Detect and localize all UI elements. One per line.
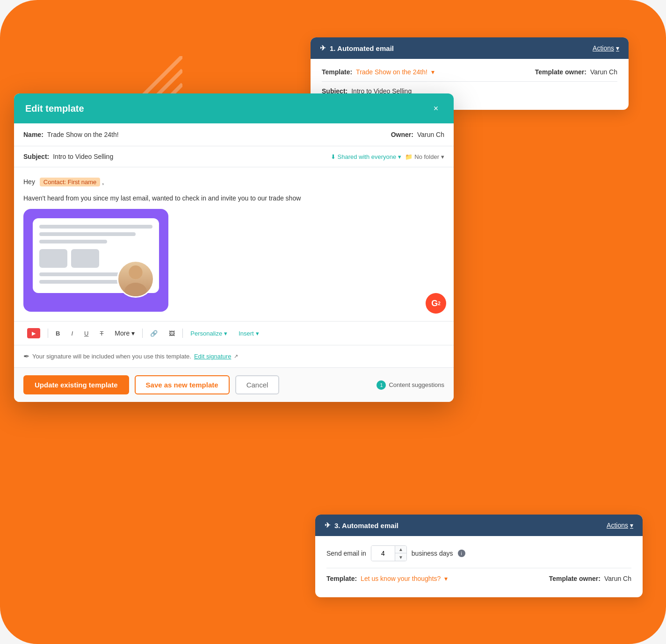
signature-icon: ✒: [23, 352, 29, 361]
card-bottom-title-text: 3. Automated email: [334, 522, 398, 530]
stepper-buttons: ▲ ▼: [395, 546, 406, 561]
card-top-header: ✈ 1. Automated email Actions ▾: [311, 37, 629, 59]
stepper-down-button[interactable]: ▼: [395, 553, 406, 561]
modal-editor[interactable]: Hey Contact: First name , Haven't heard …: [14, 167, 454, 321]
card-bottom-actions-chevron: ▾: [630, 522, 633, 529]
card-bottom-body: Send email in ▲ ▼ business days i Templa…: [315, 536, 643, 597]
editor-greeting: Hey: [23, 178, 35, 186]
folder-icon: 📁: [405, 153, 413, 160]
content-suggestions-label: Content suggestions: [389, 381, 444, 388]
edit-template-modal: Edit template × Name: Trade Show on the …: [14, 93, 454, 402]
days-stepper-input[interactable]: [371, 546, 395, 561]
save-new-template-button[interactable]: Save as new template: [135, 375, 230, 394]
edit-signature-link[interactable]: Edit signature: [194, 353, 232, 360]
editor-greeting-line: Hey Contact: First name ,: [23, 177, 444, 187]
card-automated-email-3: ✈ 3. Automated email Actions ▾ Send emai…: [315, 515, 643, 597]
card-top-template-link[interactable]: Trade Show on the 24th!: [356, 68, 427, 76]
card-bottom-template-label: Template:: [326, 575, 357, 582]
modal-header: Edit template ×: [14, 93, 454, 123]
card-bottom-template-chevron: ▾: [444, 575, 448, 582]
close-icon: ×: [434, 104, 439, 114]
personalize-chevron: ▾: [224, 330, 227, 337]
card-top-title-text: 1. Automated email: [330, 44, 394, 52]
sharing-label: Shared with everyone: [338, 153, 397, 160]
underline-button[interactable]: U: [80, 328, 92, 339]
send-email-label: Send email in: [326, 550, 366, 557]
signature-note: ✒ Your signature will be included when y…: [14, 345, 454, 367]
external-link-icon: ↗: [234, 353, 238, 359]
days-stepper[interactable]: ▲ ▼: [371, 545, 407, 561]
video-thumbnail: [23, 209, 168, 312]
card-top-title: ✈ 1. Automated email: [320, 44, 394, 52]
update-template-button[interactable]: Update existing template: [23, 375, 129, 394]
card-bottom-template-row: Template: Let us know your thoughts? ▾ T…: [326, 575, 631, 582]
g2-superscript: 2: [438, 301, 441, 306]
personalize-label: Personalize: [190, 330, 222, 337]
link-button[interactable]: 🔗: [146, 328, 161, 339]
modal-name-value: Trade Show on the 24th!: [47, 131, 119, 138]
card-top-actions-chevron: ▾: [616, 44, 619, 52]
italic-icon: I: [71, 330, 73, 337]
italic-button[interactable]: I: [67, 328, 77, 339]
avatar: [117, 260, 154, 298]
sharing-chevron: ▾: [398, 153, 401, 160]
toolbar-sep-3: [182, 329, 183, 338]
toolbar-sep-2: [142, 329, 143, 338]
skeleton-block-2: [71, 249, 99, 268]
card-bottom-owner-label: Template owner:: [549, 575, 601, 582]
skeleton-block-1: [39, 249, 67, 268]
modal-name-row: Name: Trade Show on the 24th! Owner: Var…: [23, 131, 444, 138]
modal-subject-section: Subject: Intro to Video Selling ⬇ Shared…: [14, 146, 454, 167]
toolbar-sep-1: [48, 329, 48, 338]
content-suggestions-button[interactable]: 1 Content suggestions: [376, 380, 444, 390]
folder-chevron: ▾: [441, 153, 444, 160]
bold-button[interactable]: B: [52, 328, 64, 339]
strikethrough-icon: T: [100, 330, 103, 337]
stepper-up-button[interactable]: ▲: [395, 546, 406, 553]
cancel-button[interactable]: Cancel: [235, 375, 280, 394]
svg-point-5: [124, 283, 147, 296]
strikethrough-button[interactable]: T: [96, 328, 107, 339]
personalize-button[interactable]: Personalize ▾: [187, 328, 231, 339]
sharing-dropdown[interactable]: ⬇ Shared with everyone ▾: [331, 153, 402, 160]
card-bottom-title: ✈ 3. Automated email: [325, 521, 398, 530]
card-bottom-template-link[interactable]: Let us know your thoughts?: [361, 575, 441, 582]
card-top-template-chevron: ▾: [431, 68, 434, 76]
modal-title: Edit template: [25, 103, 84, 114]
info-icon[interactable]: i: [458, 550, 465, 557]
modal-subject-label: Subject:: [23, 153, 49, 160]
video-button[interactable]: ▶: [23, 326, 44, 340]
editor-body: Haven't heard from you since my last ema…: [23, 193, 444, 203]
more-chevron: ▾: [131, 329, 135, 337]
video-icon: ▶: [27, 328, 40, 338]
card-bottom-header: ✈ 3. Automated email Actions ▾: [315, 515, 643, 536]
card-bottom-actions[interactable]: Actions ▾: [607, 522, 633, 529]
skeleton-line-1: [39, 225, 152, 229]
image-icon: 🖼: [169, 330, 175, 337]
contact-token[interactable]: Contact: First name: [40, 178, 100, 186]
card-bottom-actions-label: Actions: [607, 522, 628, 529]
signature-note-text: Your signature will be included when you…: [32, 353, 191, 360]
bold-icon: B: [56, 330, 60, 337]
modal-name-label: Name:: [23, 131, 43, 138]
image-button[interactable]: 🖼: [165, 328, 179, 339]
modal-subject-value: Intro to Video Selling: [53, 153, 113, 160]
modal-owner-label: Owner:: [391, 131, 413, 138]
card-bottom-owner-value: Varun Ch: [604, 575, 631, 582]
skeleton-line-2: [39, 232, 136, 236]
card-top-actions[interactable]: Actions ▾: [593, 44, 619, 52]
card-top-template-label: Template:: [322, 68, 352, 76]
insert-chevron: ▾: [256, 330, 259, 337]
modal-close-button[interactable]: ×: [429, 102, 442, 115]
skeleton-line-3: [39, 240, 107, 243]
card-top-owner-value: Varun Ch: [590, 68, 617, 76]
card-top-actions-label: Actions: [593, 44, 614, 52]
more-button[interactable]: More ▾: [111, 328, 138, 339]
underline-icon: U: [84, 330, 88, 337]
send-email-row: Send email in ▲ ▼ business days i: [326, 545, 631, 561]
content-suggestions-badge: 1: [376, 380, 386, 390]
editor-toolbar: ▶ B I U T More ▾ 🔗 🖼 Personalize ▾: [14, 321, 454, 345]
folder-dropdown[interactable]: 📁 No folder ▾: [405, 153, 444, 160]
g2-badge: G2: [426, 293, 446, 314]
insert-button[interactable]: Insert ▾: [235, 328, 263, 339]
